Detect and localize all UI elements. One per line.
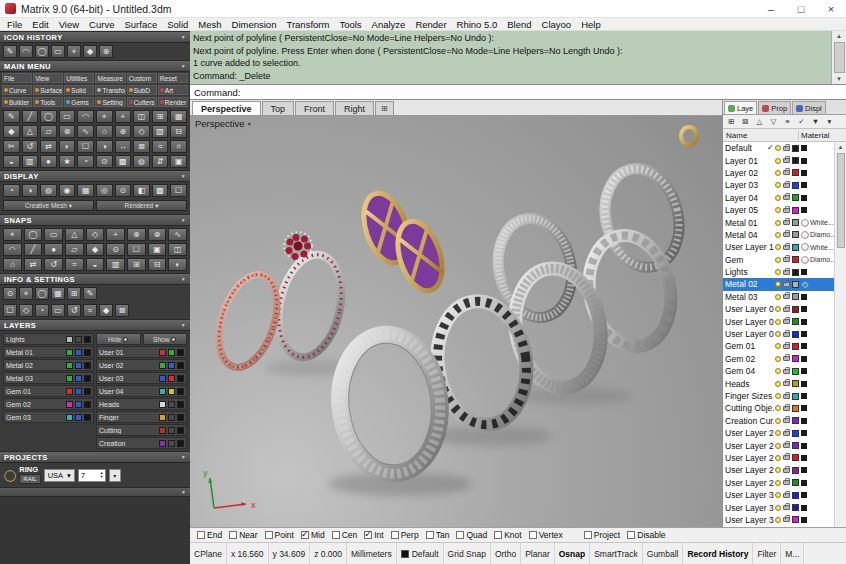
osnap-toggle[interactable]: ✓ Near [229,530,257,540]
main-menu-tab[interactable]: File [2,73,32,83]
layer-material-cell[interactable]: ◇ [801,467,834,473]
snap-tool-icon[interactable]: ⊕ [127,228,146,241]
layer-lock-icon[interactable] [783,158,790,163]
snap-tool-icon[interactable]: ⊗ [148,228,167,241]
sidebar-tool-icon[interactable]: ◑ [96,140,113,153]
layer-swatch[interactable] [159,427,166,434]
snap-tool-icon[interactable]: ⊞ [127,258,146,271]
section-header-snaps[interactable]: SNAPS ▼ [0,214,190,226]
layer-lock-icon[interactable] [783,332,790,337]
layer-row[interactable]: Metal 02 ✓ ◇ [723,278,834,290]
name-column-header[interactable]: Name [723,131,798,140]
panel-options-icon[interactable]: ▾ [823,116,836,128]
layer-swatch[interactable] [66,362,73,369]
move-down-icon[interactable]: ▽ [767,116,780,128]
layer-swatch[interactable] [84,336,91,343]
layer-swatch[interactable] [66,349,73,356]
layer-visibility-bulb-icon[interactable] [775,368,781,374]
layer-lock-icon[interactable] [783,146,790,151]
menu-item[interactable]: Mesh [193,19,226,30]
statusbar-cell[interactable]: Grid Snap [444,543,491,564]
main-menu-tab[interactable]: Utilities [64,73,94,83]
checkbox[interactable]: ✓ [229,531,237,539]
statusbar-cell[interactable]: M... [781,543,804,564]
snap-tool-icon[interactable]: ⊙ [106,243,125,256]
menu-item[interactable]: Dimension [227,19,282,30]
snap-tool-icon[interactable]: ◒ [86,258,105,271]
layer-lock-icon[interactable] [783,282,790,287]
layer-material-cell[interactable]: ◇ [801,195,834,201]
osnap-toggle[interactable]: ✓ Mid [301,530,325,540]
sidebar-layer-entry[interactable]: Creation [96,437,187,449]
layer-lock-icon[interactable] [783,381,790,386]
checkbox[interactable]: ✓ [494,531,502,539]
sidebar-tool-icon[interactable]: ◒ [3,155,20,168]
checkbox[interactable]: ✓ [332,531,340,539]
info-tool-icon[interactable]: ⊞ [67,287,81,300]
layer-visibility-bulb-icon[interactable] [775,381,781,387]
display-tool-icon[interactable]: ◉ [59,184,76,197]
sidebar-tool-icon[interactable]: ⌗ [170,140,187,153]
layer-row[interactable]: Heads ✓ ◇ [723,377,834,389]
layer-row[interactable]: User Layer 01 ✓ ◇ [723,303,834,315]
sidebar-tool-icon[interactable]: ☐ [77,140,94,153]
snap-tool-icon[interactable]: ⌖ [3,228,22,241]
sidebar-tool-icon[interactable]: ↔ [115,140,132,153]
layer-lock-icon[interactable] [783,468,790,473]
layer-color-swatch[interactable] [792,405,799,412]
close-button[interactable]: × [816,0,846,17]
layer-visibility-bulb-icon[interactable] [775,492,781,498]
layer-color-swatch[interactable] [792,318,799,325]
sidebar-layer-entry[interactable]: Lights [3,333,94,345]
main-menu-tab[interactable]: View [33,73,63,83]
layer-visibility-bulb-icon[interactable] [775,207,781,213]
history-tool-icon[interactable]: ▭ [51,45,65,58]
layer-lock-icon[interactable] [783,493,790,498]
display-tool-icon[interactable]: ◎ [96,184,113,197]
viewport-tab[interactable]: Top [262,101,295,115]
layer-color-swatch[interactable] [792,169,799,176]
layer-lock-icon[interactable] [783,406,790,411]
statusbar-cell[interactable]: Millimeters [347,543,397,564]
menu-item[interactable]: Render [410,19,451,30]
layer-row[interactable]: User Layer 02 ✓ ◇ [723,315,834,327]
osnap-toggle[interactable]: ✓ Tan [426,530,450,540]
main-menu-tab[interactable]: Custom [127,73,157,83]
snap-tool-icon[interactable]: ◆ [86,243,105,256]
layer-visibility-bulb-icon[interactable] [775,319,781,325]
layer-visibility-bulb-icon[interactable] [775,467,781,473]
sidebar-tool-icon[interactable]: ⊟ [170,125,187,138]
layer-visibility-bulb-icon[interactable] [775,220,781,226]
layer-color-swatch[interactable] [792,306,799,313]
layer-visibility-bulb-icon[interactable] [775,182,781,188]
layer-swatch[interactable] [168,427,175,434]
menu-item[interactable]: Solid [162,19,193,30]
statusbar-cell[interactable]: Record History [683,543,753,564]
new-layer-icon[interactable]: ⊞ [725,116,738,128]
layer-lock-icon[interactable] [783,344,790,349]
layer-color-swatch[interactable] [792,256,799,263]
scroll-down-icon[interactable]: ▼ [836,74,842,84]
main-menu-tab[interactable]: Surface [33,85,63,95]
sidebar-layer-entry[interactable]: User 03 [96,372,187,384]
layer-swatch[interactable] [168,388,175,395]
layer-swatch[interactable] [159,375,166,382]
snap-tool-icon[interactable]: ▭ [44,228,63,241]
sidebar-tool-icon[interactable]: ╱ [22,110,39,123]
info-tool-icon[interactable]: ⌖ [19,287,33,300]
sidebar-layer-entry[interactable]: Gem 03 [3,411,94,423]
layer-material-cell[interactable]: ◇ [801,158,834,164]
layer-visibility-bulb-icon[interactable] [775,418,781,424]
project-rail-button[interactable]: RAIL [19,474,40,484]
snap-tool-icon[interactable]: ⌂ [3,258,22,271]
layer-swatch[interactable] [168,349,175,356]
sidebar-tool-icon[interactable]: ▣ [170,155,187,168]
sidebar-tool-icon[interactable]: ✂ [3,140,20,153]
layer-material-cell[interactable]: ◇ [801,505,834,511]
layer-row[interactable]: Finger Sizes ✓ ◇ [723,390,834,402]
ring-size-stepper[interactable]: 7 ▴ ▾ [78,469,106,482]
sidebar-tool-icon[interactable]: ▦ [170,110,187,123]
menu-item[interactable]: Help [576,19,606,30]
layer-material-cell[interactable]: ◇ [801,368,834,374]
material-column-header[interactable]: Material [798,131,834,140]
